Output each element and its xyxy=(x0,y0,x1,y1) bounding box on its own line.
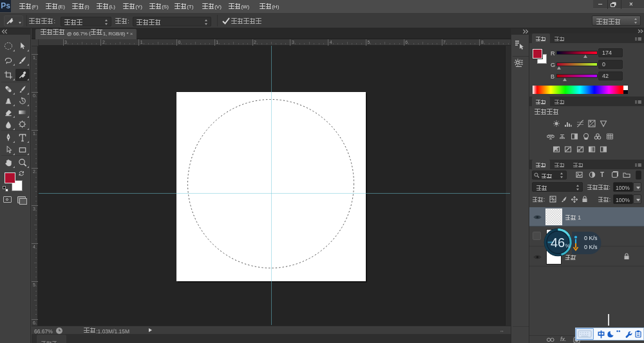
svg-text:%: % xyxy=(565,243,571,249)
svg-text:0 K/s: 0 K/s xyxy=(584,244,598,250)
svg-text:46: 46 xyxy=(551,236,565,250)
svg-text:0 K/s: 0 K/s xyxy=(584,235,598,241)
